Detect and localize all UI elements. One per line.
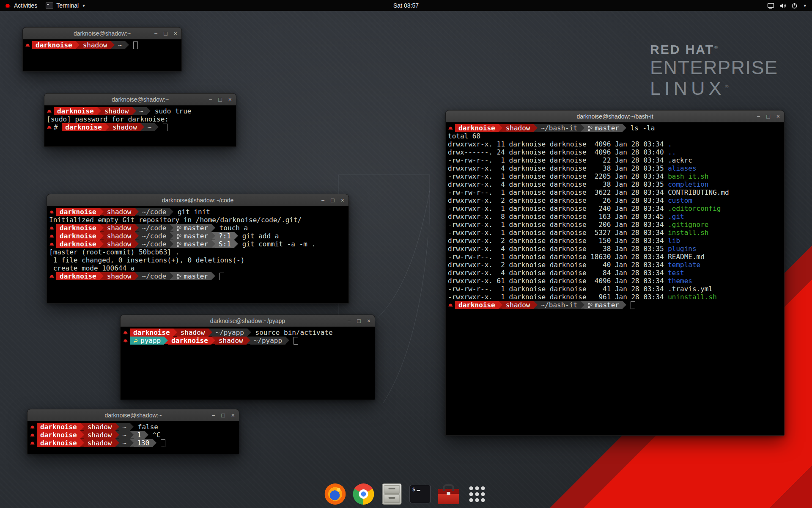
powerline-arrow bbox=[100, 232, 104, 240]
terminal-line: darknoiseshadow~/code git init bbox=[49, 208, 348, 216]
output-text: [master (root-commit) 50bcb63] . bbox=[49, 248, 179, 256]
redhat-prompt-icon bbox=[30, 423, 37, 431]
chrome-icon[interactable] bbox=[352, 483, 375, 505]
minimize-button[interactable]: − bbox=[321, 197, 324, 203]
terminal-line: darknoiseshadow~ false bbox=[30, 423, 238, 431]
clock[interactable]: Sat 03:57 bbox=[389, 0, 423, 11]
terminal-content[interactable]: darknoiseshadow~ sudo true[sudo] passwor… bbox=[44, 105, 236, 133]
powerline-arrow bbox=[100, 208, 104, 215]
powerline-arrow bbox=[130, 439, 134, 447]
minimize-button[interactable]: − bbox=[347, 318, 351, 324]
firefox-icon[interactable] bbox=[324, 483, 347, 505]
close-button[interactable]: × bbox=[231, 412, 235, 418]
activities-label: Activities bbox=[14, 2, 37, 9]
prompt-segment-host: shadow bbox=[101, 107, 132, 115]
terminal-content[interactable]: darknoiseshadow~/bash-itmaster ls -latot… bbox=[446, 122, 784, 311]
prompt-segment-host: shadow bbox=[84, 439, 115, 447]
prompt-segment-host: shadow bbox=[109, 123, 140, 131]
terminal-line: darknoiseshadow~ bbox=[25, 41, 181, 49]
maximize-button[interactable]: □ bbox=[164, 30, 167, 36]
prompt-segment-path: ~ bbox=[119, 431, 130, 439]
window-titlebar[interactable]: darknoise@shadow:~/bash-it − □ × bbox=[446, 110, 784, 122]
prompt-segment-git: master bbox=[173, 232, 211, 240]
prompt-segment-host: shadow bbox=[80, 41, 111, 49]
maximize-button[interactable]: □ bbox=[221, 412, 225, 418]
command-text: false bbox=[134, 423, 158, 431]
powerline-arrow bbox=[135, 240, 139, 248]
close-button[interactable]: × bbox=[174, 30, 177, 36]
prompt-segment-path: ~/code bbox=[139, 240, 170, 248]
powerline-arrow bbox=[211, 224, 215, 232]
powerline-arrow bbox=[125, 41, 129, 49]
close-button[interactable]: × bbox=[341, 197, 344, 203]
terminal-content[interactable]: darknoiseshadow~ bbox=[23, 39, 181, 51]
app-menu-terminal[interactable]: Terminal ▾ bbox=[41, 0, 89, 11]
command-text: git add a bbox=[238, 232, 279, 240]
close-button[interactable]: × bbox=[776, 113, 780, 119]
terminal-line: [sudo] password for darknoise: bbox=[47, 115, 235, 123]
terminal-cursor bbox=[631, 301, 635, 309]
volume-icon bbox=[779, 3, 786, 9]
minimize-button[interactable]: − bbox=[208, 97, 212, 102]
prompt-segment-host: shadow bbox=[104, 240, 135, 248]
powerline-arrow bbox=[247, 337, 250, 344]
terminal-content[interactable]: darknoiseshadow~/code git initInitialize… bbox=[47, 206, 348, 282]
maximize-button[interactable]: □ bbox=[766, 113, 770, 119]
redhat-prompt-icon bbox=[49, 224, 56, 232]
terminal-cursor bbox=[294, 337, 298, 345]
ls-row-fields: drwxrwxr-x. 2 darknoise darknoise 26 Jan… bbox=[448, 196, 668, 204]
terminal-content[interactable]: darknoiseshadow~/pyapp source bin/activa… bbox=[121, 327, 375, 346]
prompt-segment-path: ~ bbox=[115, 41, 126, 49]
toolbox-icon[interactable] bbox=[437, 483, 460, 505]
window-titlebar[interactable]: darknoise@shadow:~/code − □ × bbox=[47, 194, 348, 206]
files-icon[interactable] bbox=[381, 483, 403, 505]
window-titlebar[interactable]: darknoise@shadow:~ − □ × bbox=[23, 28, 181, 39]
powerline-arrow bbox=[115, 423, 119, 431]
app-grid-icon[interactable] bbox=[466, 483, 488, 505]
activities-button[interactable]: Activities bbox=[0, 0, 41, 11]
prompt-segment-user: darknoise bbox=[54, 107, 97, 115]
power-icon bbox=[791, 3, 798, 9]
minimize-button[interactable]: − bbox=[154, 30, 157, 36]
window-titlebar[interactable]: darknoise@shadow:~/pyapp − □ × bbox=[121, 315, 375, 327]
terminal-line: -rw-rw-r--. 1 darknoise darknoise 18630 … bbox=[448, 253, 783, 261]
window-titlebar[interactable]: darknoise@shadow:~ − □ × bbox=[27, 409, 239, 421]
prompt-segment-user: darknoise bbox=[56, 224, 100, 232]
output-text: total 68 bbox=[448, 132, 480, 140]
brand-red-hat: RED HAT® bbox=[650, 42, 778, 57]
terminal-line: drwxrwxr-x. 4 darknoise darknoise 38 Jan… bbox=[448, 245, 783, 253]
command-text: touch a bbox=[215, 224, 248, 232]
command-text: git init bbox=[173, 208, 210, 216]
window-titlebar[interactable]: darknoise@shadow:~ − □ × bbox=[44, 94, 236, 105]
redhat-prompt-icon bbox=[25, 41, 32, 49]
close-button[interactable]: × bbox=[228, 97, 232, 102]
ls-row-fields: -rwxrwxr-x. 1 darknoise darknoise 2205 J… bbox=[448, 172, 668, 180]
prompt-segment-path: ~/bash-it bbox=[538, 124, 581, 132]
system-menu[interactable]: ▾ bbox=[764, 0, 809, 11]
maximize-button[interactable]: □ bbox=[357, 318, 360, 324]
minimize-button[interactable]: − bbox=[211, 412, 215, 418]
redhat-prompt-icon bbox=[47, 123, 54, 131]
ls-row-fields: drwxrwxr-x. 4 darknoise darknoise 38 Jan… bbox=[448, 245, 668, 253]
powerline-arrow bbox=[153, 439, 156, 447]
ls-row-filename: template bbox=[668, 261, 700, 269]
terminal-content[interactable]: darknoiseshadow~ falsedarknoiseshadow~1 … bbox=[27, 421, 239, 449]
maximize-button[interactable]: □ bbox=[218, 97, 222, 102]
redhat-prompt-icon bbox=[30, 431, 37, 439]
powerline-arrow bbox=[145, 431, 148, 439]
redhat-prompt-icon bbox=[123, 329, 130, 337]
maximize-button[interactable]: □ bbox=[331, 197, 334, 203]
prompt-segment-host: shadow bbox=[502, 124, 534, 132]
output-text: 1 file changed, 0 insertions(+), 0 delet… bbox=[49, 256, 244, 264]
terminal-icon[interactable]: $ bbox=[409, 483, 432, 505]
ls-row-filename: .travis.yml bbox=[668, 285, 713, 293]
brand-enterprise: ENTERPRISE bbox=[650, 58, 778, 78]
powerline-arrow bbox=[80, 431, 84, 439]
powerline-arrow bbox=[170, 232, 173, 240]
close-button[interactable]: × bbox=[367, 318, 370, 324]
ls-row-fields: drwxrwxr-x. 4 darknoise darknoise 84 Jan… bbox=[448, 269, 668, 277]
output-text: [sudo] password for darknoise: bbox=[47, 115, 169, 123]
ls-row-fields: drwxrwxr-x. 2 darknoise darknoise 150 Ja… bbox=[448, 237, 668, 245]
minimize-button[interactable]: − bbox=[757, 113, 760, 119]
prompt-segment-path: ~/pyapp bbox=[212, 329, 247, 337]
